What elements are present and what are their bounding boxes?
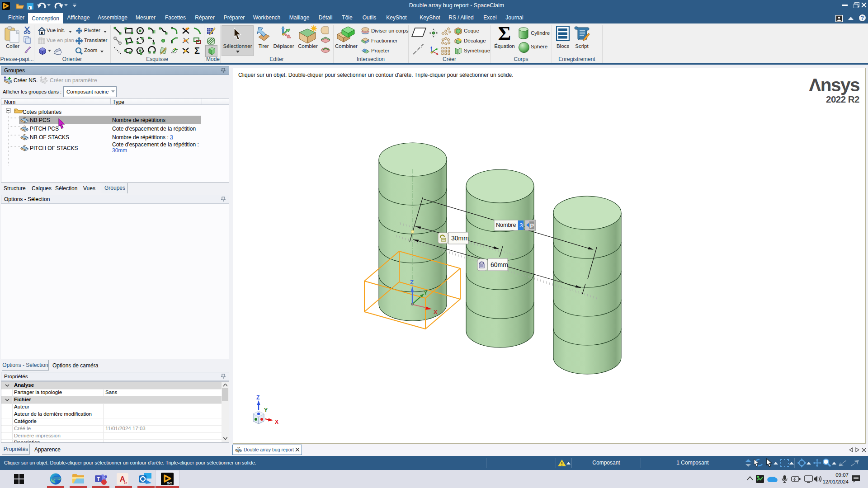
svg-text:Z: Z	[410, 279, 414, 286]
svg-text:30mm: 30mm	[451, 235, 469, 242]
svg-text:P: P	[530, 223, 534, 229]
svg-text:T: T	[97, 476, 100, 482]
svg-text:?: ?	[861, 15, 864, 21]
svg-text:3: 3	[519, 222, 523, 229]
svg-text:Y: Y	[424, 289, 428, 296]
svg-text:Y: Y	[264, 407, 268, 413]
svg-text:X: X	[434, 309, 438, 315]
svg-text:LT: LT	[124, 482, 127, 484]
svg-text:Nombre: Nombre	[496, 222, 516, 228]
svg-text:60mm: 60mm	[491, 261, 508, 268]
svg-text:Z: Z	[256, 394, 259, 401]
svg-text:Σ: Σ	[194, 46, 200, 56]
svg-text:SC: SC	[167, 481, 172, 485]
svg-text:X: X	[275, 419, 278, 425]
